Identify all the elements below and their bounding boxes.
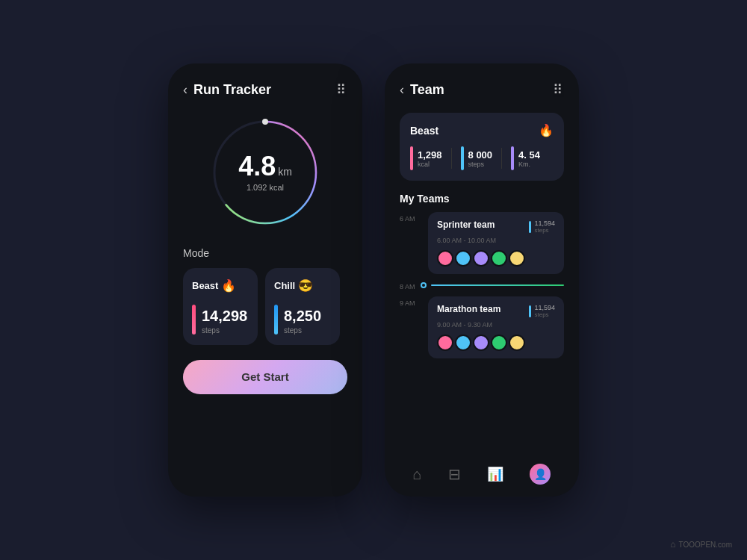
team-hero-emoji: 🔥 (539, 123, 554, 137)
get-start-button[interactable]: Get Start (183, 360, 347, 394)
sprinter-name: Sprinter team (437, 220, 495, 230)
timeline-row-8am: 8 AM (400, 280, 564, 290)
team-hero-card: Beast 🔥 1,298 kcal 8 000 (400, 113, 564, 181)
back-arrow-icon[interactable]: ‹ (183, 82, 187, 98)
mode-card-beast[interactable]: Beast 🔥 14,298 steps (183, 268, 258, 345)
ring-chart: 4.8 km 1.092 kcal (183, 113, 347, 232)
timeline: 6 AM Sprinter team 11,594 steps 6.00 AM … (400, 212, 564, 358)
sprinter-badge-bar (529, 221, 531, 233)
beast-steps-label: steps (202, 326, 247, 335)
watermark: ⌂ TOOOPEN.com (670, 539, 732, 550)
timeline-row-6am: 6 AM Sprinter team 11,594 steps 6.00 AM … (400, 212, 564, 274)
steps-bar (461, 146, 464, 170)
team-header-left: ‹ Team (400, 82, 444, 98)
kcal-bar (410, 146, 413, 170)
km-value: 4.8 (238, 153, 276, 180)
stat-km: 4. 54 Km. (511, 146, 540, 170)
nav-home-icon[interactable]: ⌂ (413, 466, 422, 483)
kcal-value: 1.092 kcal (247, 183, 284, 192)
watermark-icon: ⌂ (670, 539, 675, 550)
time-6am: 6 AM (400, 212, 421, 223)
avatar-m3 (473, 335, 489, 351)
timeline-dot (421, 282, 427, 288)
beast-bar (192, 305, 196, 335)
chill-name: Chill (274, 280, 295, 291)
header-left: ‹ Run Tracker (183, 82, 271, 98)
sprinter-time-range: 6.00 AM - 10.00 AM (437, 237, 555, 244)
marathon-avatars (437, 335, 555, 351)
kcal-info: 1,298 kcal (418, 149, 442, 168)
mode-label: Mode (183, 247, 347, 259)
team-back-arrow[interactable]: ‹ (400, 82, 404, 98)
watermark-text: TOOOPEN.com (679, 541, 733, 549)
menu-icon[interactable]: ⠿ (336, 81, 347, 98)
phones-container: ‹ Run Tracker ⠿ (168, 63, 579, 497)
marathon-time-range: 9.00 AM - 9.30 AM (437, 321, 555, 329)
mode-cards: Beast 🔥 14,298 steps Chill 😎 (183, 268, 347, 345)
avatar-3 (473, 250, 489, 267)
kcal-label: kcal (418, 161, 442, 168)
run-tracker-title: Run Tracker (193, 82, 271, 98)
marathon-name: Marathon team (437, 304, 500, 314)
timeline-line (431, 284, 564, 286)
steps-value: 8 000 (468, 149, 493, 161)
my-teams-label: My Teams (400, 193, 564, 205)
left-phone: ‹ Run Tracker ⠿ (168, 63, 362, 497)
bottom-nav: ⌂ ⊟ 📊 👤 (385, 464, 579, 485)
get-start-label: Get Start (241, 370, 288, 383)
chill-bar (274, 305, 278, 335)
km-unit: km (278, 166, 292, 178)
avatar-2 (455, 250, 471, 267)
svg-point-2 (262, 119, 268, 125)
marathon-steps-label: steps (534, 311, 555, 318)
km-value: 4. 54 (518, 149, 540, 161)
chill-steps-label: steps (284, 326, 321, 335)
marathon-steps-num: 11,594 (534, 304, 555, 311)
sprinter-card-top: Sprinter team 11,594 steps (437, 220, 555, 234)
steps-info: 8 000 steps (468, 149, 493, 168)
ring-center: 4.8 km 1.092 kcal (238, 153, 292, 192)
stat-steps: 8 000 steps (461, 146, 493, 170)
chill-steps-value: 8,250 (284, 308, 321, 325)
mode-card-chill[interactable]: Chill 😎 8,250 steps (265, 268, 340, 345)
sprinter-steps: 11,594 steps (529, 220, 555, 234)
avatar-5 (509, 250, 525, 267)
beast-name: Beast (192, 280, 218, 291)
sprinter-team-card[interactable]: Sprinter team 11,594 steps 6.00 AM - 10.… (428, 212, 564, 274)
stat-kcal: 1,298 kcal (410, 146, 442, 170)
timeline-row-9am: 9 AM Marathon team 11,594 steps 9.00 AM … (400, 296, 564, 358)
beast-emoji: 🔥 (221, 279, 236, 293)
beast-steps-row: 14,298 steps (192, 305, 249, 335)
team-header: ‹ Team ⠿ (400, 81, 564, 98)
marathon-badge-bar (529, 305, 531, 317)
team-menu-icon[interactable]: ⠿ (553, 81, 564, 98)
right-phone: ‹ Team ⠿ Beast 🔥 1,298 kcal (385, 63, 579, 497)
nav-avatar[interactable]: 👤 (530, 464, 551, 485)
marathon-team-card[interactable]: Marathon team 11,594 steps 9.00 AM - 9.3… (428, 296, 564, 358)
km-label: Km. (518, 161, 540, 168)
stat-divider-2 (501, 148, 502, 169)
team-hero-header: Beast 🔥 (410, 123, 554, 137)
beast-header: Beast 🔥 (192, 279, 249, 293)
stat-divider-1 (451, 148, 452, 169)
avatar-4 (491, 250, 507, 267)
chill-steps-row: 8,250 steps (274, 305, 331, 335)
run-tracker-header: ‹ Run Tracker ⠿ (183, 81, 347, 98)
sprinter-steps-num: 11,594 (534, 220, 555, 227)
sprinter-steps-label: steps (534, 227, 555, 234)
marathon-card-top: Marathon team 11,594 steps (437, 304, 555, 318)
chill-emoji: 😎 (298, 279, 313, 293)
time-8am: 8 AM (400, 280, 421, 290)
kcal-value: 1,298 (418, 149, 442, 161)
km-info: 4. 54 Km. (518, 149, 540, 168)
team-hero-stats: 1,298 kcal 8 000 steps (410, 146, 554, 170)
avatar-1 (437, 250, 453, 267)
sprinter-avatars (437, 250, 555, 267)
avatar-m2 (455, 335, 471, 351)
time-9am: 9 AM (400, 296, 421, 307)
chill-header: Chill 😎 (274, 279, 331, 293)
avatar-m1 (437, 335, 453, 351)
team-hero-name: Beast (410, 125, 438, 137)
nav-chart-icon[interactable]: 📊 (487, 466, 503, 482)
nav-folder-icon[interactable]: ⊟ (448, 465, 461, 483)
